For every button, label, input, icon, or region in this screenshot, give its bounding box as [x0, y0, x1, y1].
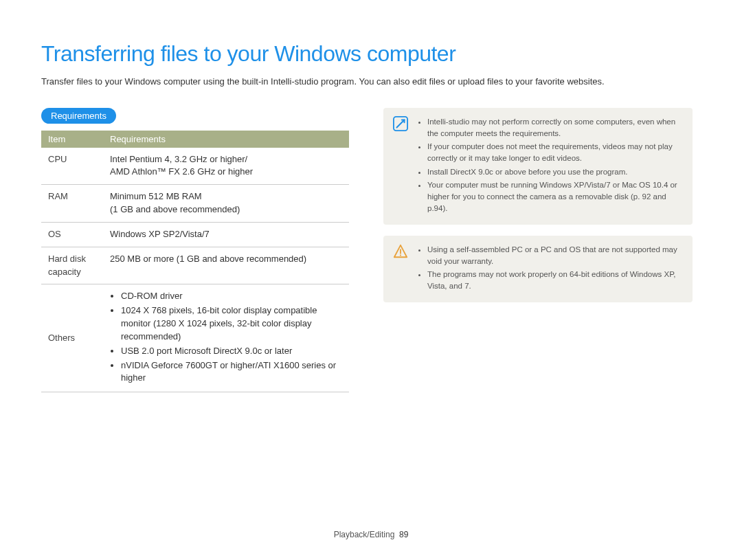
- cell-item: Others: [41, 284, 103, 392]
- page-footer: Playback/Editing 89: [0, 530, 742, 539]
- warning-note-content: Using a self-assembled PC or a PC and OS…: [416, 244, 683, 294]
- list-item: CD-ROM driver: [121, 290, 342, 303]
- list-item: Install DirectX 9.0c or above before you…: [427, 166, 683, 178]
- list-item: The programs may not work properly on 64…: [427, 269, 683, 293]
- list-item: nVIDIA Geforce 7600GT or higher/ATI X160…: [121, 359, 342, 385]
- page-title: Transferring files to your Windows compu…: [41, 41, 701, 67]
- col-header-item: Item: [41, 131, 103, 148]
- left-column: Requirements Item Requirements CPU Intel…: [41, 108, 349, 393]
- right-column: Intelli-studio may not perform correctly…: [383, 108, 693, 393]
- col-header-requirements: Requirements: [103, 131, 349, 148]
- cell-req: 250 MB or more (1 GB and above recommend…: [103, 247, 349, 284]
- requirements-tag: Requirements: [41, 108, 116, 124]
- table-row: Others CD-ROM driver 1024 X 768 pixels, …: [41, 284, 349, 392]
- table-row: RAM Minimum 512 MB RAM (1 GB and above r…: [41, 185, 349, 223]
- info-note-box: Intelli-studio may not perform correctly…: [383, 108, 693, 225]
- info-icon: [393, 116, 408, 131]
- cell-req: Minimum 512 MB RAM (1 GB and above recom…: [103, 185, 349, 223]
- footer-section: Playback/Editing: [334, 530, 395, 539]
- svg-point-2: [400, 254, 401, 256]
- list-item: Using a self-assembled PC or a PC and OS…: [427, 244, 683, 268]
- cell-req: Intel Pentium 4, 3.2 GHz or higher/ AMD …: [103, 148, 349, 185]
- table-row: CPU Intel Pentium 4, 3.2 GHz or higher/ …: [41, 148, 349, 185]
- warning-icon: [393, 244, 408, 259]
- list-item: Intelli-studio may not perform correctly…: [427, 116, 683, 140]
- table-row: OS Windows XP SP2/Vista/7: [41, 222, 349, 247]
- cell-req: CD-ROM driver 1024 X 768 pixels, 16-bit …: [103, 284, 349, 392]
- list-item: USB 2.0 port Microsoft DirectX 9.0c or l…: [121, 345, 342, 358]
- cell-item: Hard disk capacity: [41, 247, 103, 284]
- cell-req: Windows XP SP2/Vista/7: [103, 222, 349, 247]
- info-note-content: Intelli-studio may not perform correctly…: [416, 116, 683, 216]
- requirements-table: Item Requirements CPU Intel Pentium 4, 3…: [41, 131, 349, 393]
- cell-item: OS: [41, 222, 103, 247]
- warning-note-box: Using a self-assembled PC or a PC and OS…: [383, 236, 693, 302]
- intro-text: Transfer files to your Windows computer …: [41, 75, 701, 89]
- list-item: If your computer does not meet the requi…: [427, 141, 683, 165]
- footer-page-number: 89: [399, 530, 408, 539]
- table-row: Hard disk capacity 250 MB or more (1 GB …: [41, 247, 349, 284]
- list-item: 1024 X 768 pixels, 16-bit color display …: [121, 304, 342, 344]
- list-item: Your computer must be running Windows XP…: [427, 179, 683, 215]
- cell-item: CPU: [41, 148, 103, 185]
- cell-item: RAM: [41, 185, 103, 223]
